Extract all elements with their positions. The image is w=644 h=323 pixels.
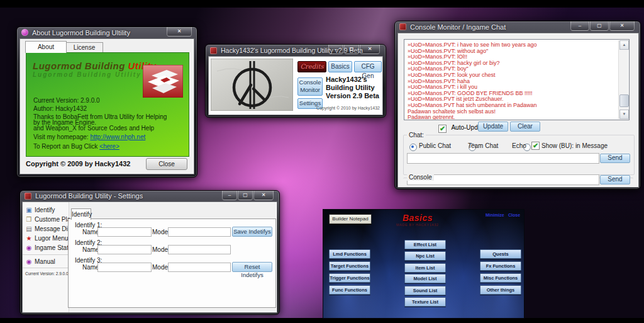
public-chat-label: Public Chat	[419, 142, 451, 149]
sidebar-item-identify[interactable]: ▣Identify	[25, 207, 55, 213]
show-bu-checkbox[interactable]: ✔	[531, 142, 540, 150]
about-window: About Lugormod Building Ultility ✕ About…	[16, 26, 197, 178]
about-version: Current Version: 2.9.0.0	[33, 97, 100, 104]
fx-functions-button[interactable]: Fx Functions	[480, 261, 521, 271]
sidebar-item-lugor-menu[interactable]: ★Lugor Menu	[25, 235, 68, 242]
update-button[interactable]: Update	[478, 122, 508, 132]
main-heading: Hacky1432's Building Utility Version 2.9…	[326, 76, 382, 100]
minimize-icon[interactable]: –	[328, 45, 343, 54]
identify-2-model-input[interactable]	[168, 245, 231, 254]
about-green-panel: Lugormod Building Utility Lugormod Build…	[26, 52, 189, 157]
identify-1-name-input[interactable]	[97, 227, 152, 237]
notepad-minimize-link[interactable]: Minimize	[486, 213, 504, 217]
item-list-button[interactable]: Item List	[404, 263, 446, 273]
credits-button[interactable]: Credits	[297, 61, 326, 72]
tab-about[interactable]: About	[25, 41, 67, 53]
auto-update-checkbox[interactable]: ✔	[438, 125, 447, 133]
func-functions-button[interactable]: Func Functions	[329, 285, 370, 295]
tab-license[interactable]: License	[65, 42, 103, 53]
echo-label: Echo	[512, 142, 526, 149]
top-black-bar	[0, 0, 644, 8]
about-logo-emboss: Lugormod Building Utility	[33, 71, 157, 78]
reset-indetifys-button[interactable]: Reset Indetifys	[232, 262, 272, 272]
maximize-icon[interactable]: ▢	[590, 21, 609, 31]
builder-notepad-window: Builder Notepad Basics MADE BY HACKY1432…	[323, 209, 525, 319]
notepad-subtitle: MADE BY HACKY1432	[389, 223, 446, 227]
status-icon: ◉	[25, 244, 33, 251]
tab-identify[interactable]: Identify	[71, 208, 91, 220]
npc-list-button[interactable]: Npc List	[404, 251, 446, 261]
about-window-title: About Lugormod Building Ultility	[32, 27, 130, 38]
quests-button[interactable]: Quests	[480, 249, 521, 259]
settings-window: Lugormod Building Utility - Settings – ▢…	[19, 190, 280, 315]
other-things-button[interactable]: Other things	[480, 285, 521, 295]
chat-lines: »UoD»Manos.PVT: i have to see him two ye…	[408, 42, 616, 120]
place-icon: ❒	[25, 216, 33, 223]
chat-group-label: Chat:	[407, 132, 426, 139]
minimize-icon[interactable]: –	[222, 191, 237, 200]
message-icon: ▤	[25, 225, 33, 232]
console-window-title: Console Monitor / Ingame Chat	[410, 21, 506, 33]
console-app-icon	[399, 23, 406, 30]
minimize-icon[interactable]: –	[570, 21, 589, 31]
clear-button[interactable]: Clear	[510, 122, 540, 132]
misc-functions-button[interactable]: Misc Functions	[480, 273, 521, 283]
close-icon[interactable]: ✕	[253, 191, 274, 200]
settings-window-title: Lugormod Building Utility - Settings	[35, 191, 143, 201]
identify-3-model-input[interactable]	[168, 263, 231, 272]
public-chat-radio[interactable]	[409, 144, 417, 151]
desktop: About Lugormod Building Ultility ✕ About…	[0, 0, 644, 323]
save-indetifys-button[interactable]: Save Indetifys	[232, 227, 272, 237]
close-icon[interactable]: ✕	[360, 45, 380, 54]
close-icon[interactable]: ✕	[609, 21, 635, 31]
team-chat-label: Team Chat	[468, 142, 498, 149]
chat-log[interactable]: »UoD»Manos.PVT: i have to see him two ye…	[404, 39, 630, 120]
settings-body: ▣Identify ❒Custome Place ▤Message Displa…	[22, 201, 277, 313]
identify-1-model-input[interactable]	[168, 227, 231, 237]
sound-list-button[interactable]: Sound List	[404, 286, 446, 295]
scroll-up-icon[interactable]: ▲	[619, 40, 629, 50]
notepad-heading: Basics	[392, 213, 443, 223]
sidebar-item-manual[interactable]: ◉Manual	[25, 258, 55, 265]
effect-list-button[interactable]: Effect List	[404, 240, 446, 249]
main-body: Credits Basics CFG Gen Console Monitor S…	[208, 56, 383, 115]
identify-panel: Identify 1: Name: Model: Save Indetifys …	[68, 218, 276, 308]
chat-input[interactable]	[407, 153, 599, 164]
texture-list-button[interactable]: Texture List	[404, 297, 446, 307]
console-group-label: Console	[407, 174, 434, 181]
star-icon: ★	[25, 235, 33, 242]
target-functions-button[interactable]: Target Functions	[329, 261, 370, 271]
console-send-button[interactable]: Send	[600, 175, 630, 184]
sidebar-divider	[23, 254, 69, 255]
identify-2-name-input[interactable]	[97, 245, 152, 254]
notepad-close-link[interactable]: Close	[508, 213, 520, 217]
builder-notepad-button[interactable]: Builder Notepad	[329, 214, 372, 224]
scroll-down-icon[interactable]: ▼	[619, 110, 629, 119]
maximize-icon[interactable]: ▢	[344, 45, 359, 54]
manual-icon: ◉	[25, 258, 33, 265]
chat-send-button[interactable]: Send	[600, 154, 630, 163]
sidebar-divider	[23, 268, 69, 268]
close-button[interactable]: Close	[146, 158, 187, 170]
about-logo-text: Lugormod Building Utility	[33, 60, 157, 71]
monitor-icon: ▣	[25, 207, 33, 213]
homepage-link[interactable]: http://www.nhph.net	[90, 133, 145, 140]
about-homepage: Visit my homepage: http://www.nhph.net	[33, 133, 145, 140]
settings-app-icon	[25, 193, 31, 200]
console-body: »UoD»Manos.PVT: i have to see him two ye…	[397, 33, 639, 188]
lmd-functions-button[interactable]: Lmd Functions	[329, 249, 370, 259]
trigger-functions-button[interactable]: Trigger Functions	[329, 273, 370, 283]
bug-report-link[interactable]: <here>	[99, 143, 119, 150]
about-logo-icon	[143, 65, 183, 98]
console-monitor-button[interactable]: Console Monitor	[297, 77, 323, 96]
close-icon[interactable]: ✕	[167, 27, 192, 37]
cfg-gen-button[interactable]: CFG Gen	[354, 61, 382, 72]
console-window: Console Monitor / Ingame Chat – ▢ ✕ »UoD…	[394, 21, 641, 190]
basics-button[interactable]: Basics	[328, 61, 352, 72]
maximize-icon[interactable]: ▢	[238, 191, 253, 200]
model-list-button[interactable]: Model List	[404, 274, 446, 283]
chat-scrollbar[interactable]: ▲ ▼	[618, 40, 628, 119]
identify-3-name-input[interactable]	[97, 263, 152, 272]
scrollbar-thumb[interactable]	[619, 94, 629, 107]
console-input[interactable]	[407, 174, 599, 185]
